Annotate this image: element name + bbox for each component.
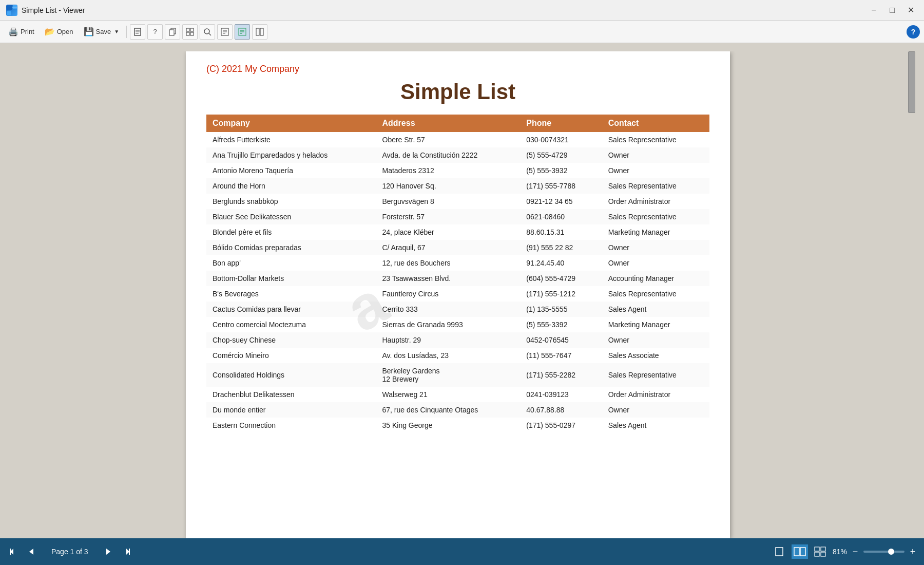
table-cell: Berkeley Gardens12 Brewery <box>376 363 521 387</box>
table-cell: Accounting Manager <box>602 271 709 286</box>
svg-rect-24 <box>256 28 259 35</box>
table-cell: 0452-076545 <box>520 332 602 348</box>
svg-rect-10 <box>186 28 189 31</box>
table-cell: Du monde entier <box>206 402 376 418</box>
next-page-button[interactable] <box>101 544 115 559</box>
company-header: (C) 2021 My Company <box>206 64 709 74</box>
table-cell: Owner <box>602 147 709 163</box>
table-row: Comércio MineiroAv. dos Lusíadas, 23(11)… <box>206 348 709 363</box>
print-label: Print <box>21 28 34 35</box>
maximize-button[interactable]: □ <box>885 4 899 16</box>
table-cell: Walserweg 21 <box>376 387 521 402</box>
zoom-text: 81% <box>833 548 847 556</box>
table-cell: 120 Hanover Sq. <box>376 178 521 194</box>
next-page-icon <box>103 547 112 556</box>
scrollbar-track[interactable] <box>908 51 916 538</box>
close-button[interactable]: ✕ <box>903 4 918 16</box>
table-cell: 0621-08460 <box>520 209 602 224</box>
save-dropdown-icon: ▼ <box>114 29 119 34</box>
two-page-view-button[interactable] <box>792 544 808 559</box>
table-cell: C/ Araquil, 67 <box>376 240 521 255</box>
table-cell: 24, place Kléber <box>376 224 521 240</box>
report-title: Simple List <box>206 80 709 104</box>
highlight-icon <box>238 28 246 36</box>
table-cell: Around the Horn <box>206 178 376 194</box>
open-button[interactable]: 📂 Open <box>41 24 78 40</box>
search-button[interactable] <box>200 24 215 40</box>
highlight-button[interactable] <box>235 24 250 40</box>
table-cell: Owner <box>602 240 709 255</box>
table-cell: Av. dos Lusíadas, 23 <box>376 348 521 363</box>
table-cell: 0921-12 34 65 <box>520 194 602 209</box>
app-icon <box>6 5 17 16</box>
grid-button[interactable] <box>182 24 198 40</box>
copy-button[interactable] <box>165 24 180 40</box>
table-cell: Eastern Connection <box>206 418 376 433</box>
table-row: Consolidated HoldingsBerkeley Gardens12 … <box>206 363 709 387</box>
table-cell: 030-0074321 <box>520 132 602 147</box>
table-row: Centro comercial MoctezumaSierras de Gra… <box>206 317 709 332</box>
help-question-button[interactable]: ? <box>147 24 163 40</box>
minimize-button[interactable]: − <box>867 4 881 16</box>
table-cell: Sales Representative <box>602 363 709 387</box>
table-cell: Order Administrator <box>602 387 709 402</box>
table-cell: (11) 555-7647 <box>520 348 602 363</box>
main-area: (C) 2021 My Company Simple List a Compan… <box>0 43 924 538</box>
table-cell: (5) 555-4729 <box>520 147 602 163</box>
columns-button[interactable] <box>252 24 267 40</box>
first-page-button[interactable] <box>6 544 21 559</box>
last-page-button[interactable] <box>119 544 133 559</box>
page-view-button[interactable] <box>130 24 145 40</box>
page-container[interactable]: (C) 2021 My Company Simple List a Compan… <box>8 51 908 538</box>
table-cell: Sales Representative <box>602 132 709 147</box>
page-icon <box>133 28 142 36</box>
table-row: Ana Trujillo Emparedados y heladosAvda. … <box>206 147 709 163</box>
single-page-view-button[interactable] <box>771 544 787 559</box>
scrollbar-thumb[interactable] <box>908 51 915 113</box>
column-address: Address <box>376 115 521 132</box>
header-row: Company Address Phone Contact <box>206 115 709 132</box>
table-cell: Sales Agent <box>602 418 709 433</box>
svg-rect-33 <box>794 548 799 556</box>
svg-rect-13 <box>190 32 194 35</box>
title-bar: Simple List - Viewer − □ ✕ <box>0 0 924 21</box>
svg-point-14 <box>204 29 209 34</box>
table-cell: Sales Representative <box>602 178 709 194</box>
svg-rect-9 <box>169 30 174 35</box>
help-button[interactable]: ? <box>907 25 920 39</box>
zoom-slider[interactable] <box>863 551 904 553</box>
zoom-out-button[interactable]: − <box>850 547 860 557</box>
grid-view-button[interactable] <box>812 544 829 559</box>
table-row: Bon app'12, rue des Bouchers91.24.45.40O… <box>206 255 709 271</box>
table-row: Blondel père et fils24, place Kléber88.6… <box>206 224 709 240</box>
title-bar-left: Simple List - Viewer <box>6 5 85 16</box>
table-row: Cactus Comidas para llevarCerrito 333(1)… <box>206 302 709 317</box>
table-cell: Forsterstr. 57 <box>376 209 521 224</box>
table-cell: Bottom-Dollar Markets <box>206 271 376 286</box>
table-cell: 12, rue des Bouchers <box>376 255 521 271</box>
table-cell: Sales Representative <box>602 286 709 302</box>
print-button[interactable]: 🖨️ Print <box>4 24 38 40</box>
save-label: Save <box>96 28 111 35</box>
open-label: Open <box>57 28 73 35</box>
prev-page-button[interactable] <box>25 544 39 559</box>
svg-marker-28 <box>29 549 33 555</box>
table-cell: Antonio Moreno Taquería <box>206 163 376 178</box>
table-cell: Sales Representative <box>602 209 709 224</box>
text-button[interactable] <box>217 24 233 40</box>
svg-rect-2 <box>7 11 11 15</box>
zoom-in-button[interactable]: + <box>908 547 918 557</box>
table-cell: Bólido Comidas preparadas <box>206 240 376 255</box>
table-cell: (91) 555 22 82 <box>520 240 602 255</box>
table-row: Antonio Moreno TaqueríaMataderos 2312(5)… <box>206 163 709 178</box>
zoom-slider-thumb[interactable] <box>888 549 894 555</box>
svg-rect-12 <box>186 32 189 35</box>
svg-line-15 <box>209 33 211 35</box>
text-icon <box>221 28 229 36</box>
table-cell: Centro comercial Moctezuma <box>206 317 376 332</box>
single-page-icon <box>774 547 784 557</box>
table-cell: Avda. de la Constitución 2222 <box>376 147 521 163</box>
table-cell: 67, rue des Cinquante Otages <box>376 402 521 418</box>
save-button[interactable]: 💾 Save ▼ <box>80 24 124 40</box>
prev-page-icon <box>27 547 36 556</box>
